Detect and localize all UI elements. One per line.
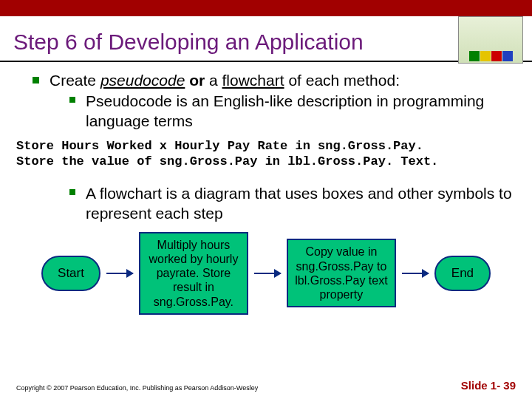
bullet-level2: A flowchart is a diagram that uses boxes… (69, 184, 516, 223)
bullet-level2: Pseudocode is an English-like descriptio… (69, 92, 516, 131)
bullet-level1: Create pseudocode or a flowchart of each… (33, 71, 516, 90)
arrow-icon (402, 273, 429, 274)
book-logo (458, 16, 523, 64)
bullet-text: A flowchart is a diagram that uses boxes… (75, 184, 516, 223)
flow-end: End (434, 256, 491, 291)
square-bullet-icon (33, 77, 39, 83)
pseudocode-block: Store Hours Worked x Hourly Pay Rate in … (0, 132, 532, 176)
page-title: Step 6 of Developing an Application (0, 16, 532, 62)
footer: Copyright © 2007 Pearson Education, Inc.… (16, 379, 516, 392)
flow-process-1: Multiply hours worked by hourly payrate.… (139, 232, 248, 315)
flowchart: Start Multiply hours worked by hourly pa… (0, 225, 532, 315)
copyright-text: Copyright © 2007 Pearson Education, Inc.… (16, 384, 258, 392)
logo-blocks (469, 51, 513, 61)
top-accent-bar (0, 0, 532, 16)
arrow-icon (254, 273, 281, 274)
slide-number: Slide 1- 39 (461, 379, 516, 392)
square-bullet-icon (69, 189, 75, 195)
bullet-text: Pseudocode is an English-like descriptio… (75, 92, 516, 131)
content-area: Create pseudocode or a flowchart of each… (0, 62, 532, 131)
flow-process-2: Copy value in sng.Gross.Pay to lbl.Gross… (287, 239, 396, 307)
content-area-2: A flowchart is a diagram that uses boxes… (0, 175, 532, 223)
flow-start: Start (41, 256, 100, 291)
arrow-icon (106, 273, 133, 274)
bullet-text: Create pseudocode or a flowchart of each… (39, 71, 400, 90)
square-bullet-icon (69, 97, 75, 103)
